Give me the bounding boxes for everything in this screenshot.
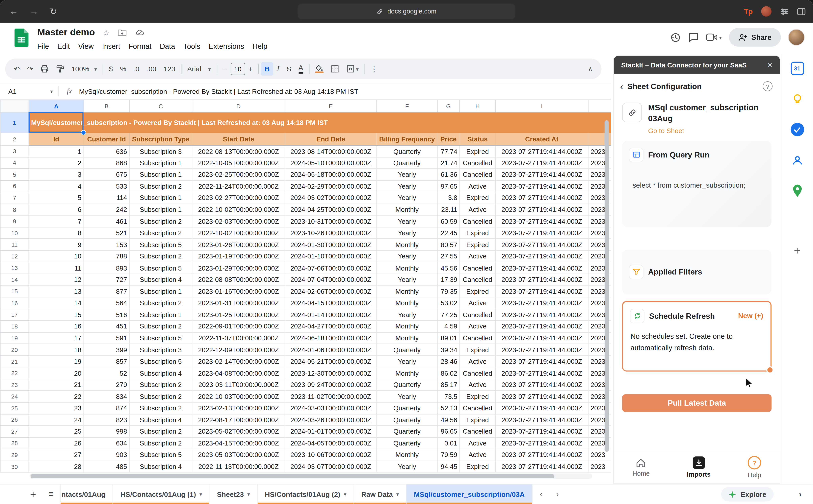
cell[interactable]: 2023-07-27T19:41:44.000Z (496, 227, 588, 239)
cell[interactable]: 77.74 (437, 145, 460, 157)
merge-cells-button[interactable]: ▾ (342, 62, 362, 76)
cell[interactable]: 2023-07-27T19:41:44.000Z (496, 391, 588, 402)
cell[interactable]: Cancelled (460, 215, 496, 227)
cloud-status-icon[interactable] (134, 29, 144, 36)
document-title[interactable]: Master demo (37, 27, 95, 38)
row-header-29[interactable]: 29 (0, 449, 29, 461)
browser-forward-icon[interactable]: → (30, 6, 38, 16)
cell[interactable]: Subscription 1 (129, 309, 192, 321)
address-bar[interactable]: docs.google.com (297, 4, 515, 19)
cell[interactable]: 2024-03-02T00:00:00.000Z (285, 192, 376, 204)
cell[interactable]: 4 (29, 180, 84, 192)
cell[interactable]: 2024-01-01T00:00:00.000Z (285, 426, 376, 437)
column-header-B[interactable]: B (84, 100, 129, 112)
header-cell[interactable]: Status (460, 133, 496, 145)
cell[interactable]: Subscription 5 (129, 356, 192, 367)
cell[interactable]: Yearly (377, 461, 438, 472)
cell[interactable]: 23.11 (437, 204, 460, 215)
cell[interactable]: Yearly (377, 251, 438, 262)
bold-button[interactable]: B (261, 62, 273, 76)
cell[interactable]: 2023-02-13T00:00:00.000Z (192, 402, 285, 414)
cell[interactable]: 2022-11-07T00:00:00.000Z (192, 332, 285, 344)
column-header-clipped[interactable] (588, 100, 611, 112)
cell[interactable]: 636 (84, 145, 129, 157)
cell[interactable]: Yearly (377, 274, 438, 286)
cell[interactable]: 591 (84, 332, 129, 344)
column-header-C[interactable]: C (129, 100, 192, 112)
query-card[interactable]: From Query Run select * from customer_su… (622, 141, 772, 227)
cell[interactable]: 823 (84, 414, 129, 426)
row-header-12[interactable]: 12 (0, 251, 29, 262)
add-addon-icon[interactable]: + (794, 244, 801, 257)
cell[interactable]: 521 (84, 227, 129, 239)
row-header-11[interactable]: 11 (0, 239, 29, 251)
cell[interactable]: 2024-04-27T00:00:00.000Z (285, 321, 376, 332)
row-header-19[interactable]: 19 (0, 332, 29, 344)
cell[interactable]: Active (460, 204, 496, 215)
more-formats-button[interactable]: 123 (160, 62, 179, 76)
row-header-24[interactable]: 24 (0, 391, 29, 402)
paint-format-button[interactable] (52, 62, 68, 76)
tasks-icon[interactable] (790, 123, 804, 136)
cell[interactable]: 28 (29, 461, 84, 472)
more-toolbar-button[interactable]: ⋮ (367, 62, 381, 76)
cell[interactable]: 2023-12-30T00:00:00.000Z (285, 367, 376, 379)
cell[interactable]: Subscription 2 (129, 227, 192, 239)
row-header-18[interactable]: 18 (0, 321, 29, 332)
cell[interactable]: Monthly (377, 239, 438, 251)
increase-font-button[interactable]: + (245, 62, 256, 76)
decrease-decimal-button[interactable]: .0 (130, 62, 143, 76)
cell[interactable]: 2022-10-03T00:00:00.000Z (192, 391, 285, 402)
cell[interactable]: 2022-10-02T00:00:00.000Z (192, 204, 285, 215)
cell[interactable]: Subscription 2 (129, 215, 192, 227)
cell[interactable]: 2023-01-16T00:00:00.000Z (192, 285, 285, 297)
cell[interactable]: 2022-08-08T00:00:00.000Z (192, 274, 285, 286)
row-header-16[interactable]: 16 (0, 297, 29, 309)
cell[interactable]: 2023-07-27T19:41:44.000Z (496, 414, 588, 426)
cell[interactable]: 52.13 (437, 402, 460, 414)
sheet-tab[interactable]: HS/Contacts/01Aug (1)▾ (113, 484, 210, 504)
header-cell[interactable]: Customer Id (84, 133, 129, 145)
cell[interactable]: Cancelled (460, 309, 496, 321)
column-header-E[interactable]: E (285, 100, 376, 112)
cell[interactable]: Subscription 2 (129, 437, 192, 449)
cell[interactable]: 2024-01-30T00:00:00.000Z (285, 239, 376, 251)
cell[interactable]: 868 (84, 157, 129, 169)
cell[interactable]: 998 (84, 426, 129, 437)
row-header-5[interactable]: 5 (0, 169, 29, 180)
cell[interactable]: 0.01 (437, 437, 460, 449)
cell[interactable]: Expired (460, 192, 496, 204)
menu-tools[interactable]: Tools (179, 40, 204, 52)
cell[interactable]: 2023-07-27T19:41:44.000Z (496, 204, 588, 215)
cell[interactable]: 2023-07-27T19:41:44.000Z (496, 262, 588, 274)
cell[interactable]: Quarterly (377, 426, 438, 437)
column-header-A[interactable]: A (29, 100, 84, 112)
cell[interactable]: Yearly (377, 227, 438, 239)
cell[interactable]: 2023-07-27T19:41:44.000Z (496, 426, 588, 437)
cell[interactable]: Expired (460, 414, 496, 426)
print-button[interactable] (37, 62, 52, 76)
cell[interactable]: 15 (29, 309, 84, 321)
name-box-dropdown-icon[interactable]: ▾ (50, 88, 53, 94)
fill-handle[interactable] (81, 130, 86, 135)
cell[interactable]: 2022-10-05T00:00:00.000Z (192, 157, 285, 169)
tabs-scroll-left-icon[interactable]: ‹ (540, 490, 543, 499)
collapse-toolbar-icon[interactable]: ∧ (584, 62, 596, 76)
cell[interactable]: 2024-06-18T00:00:00.000Z (285, 332, 376, 344)
cell[interactable]: Monthly (377, 367, 438, 379)
cell[interactable]: 80.57 (437, 239, 460, 251)
menu-insert[interactable]: Insert (98, 40, 124, 52)
cell[interactable]: 2023-07-27T19:41:44.000Z (496, 169, 588, 180)
row-header-1[interactable]: 1 (0, 112, 29, 133)
cell[interactable]: Subscription 3 (129, 145, 192, 157)
cell[interactable]: Subscription 5 (129, 449, 192, 461)
row-header-20[interactable]: 20 (0, 344, 29, 356)
cell[interactable]: 53.02 (437, 297, 460, 309)
tab-dropdown-icon[interactable]: ▾ (199, 492, 202, 497)
cell[interactable]: Expired (460, 239, 496, 251)
cell[interactable]: 8 (29, 227, 84, 239)
cell[interactable]: Yearly (377, 169, 438, 180)
column-header-H[interactable]: H (460, 100, 496, 112)
cell[interactable]: 2024-04-15T00:00:00.000Z (285, 297, 376, 309)
contacts-icon[interactable] (791, 154, 803, 166)
